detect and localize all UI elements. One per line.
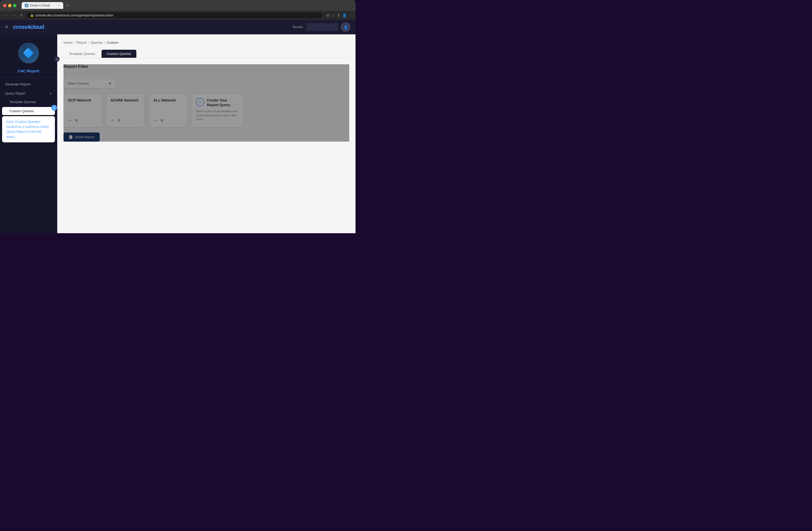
create-card-title: Create Your Report Query: [207, 98, 239, 107]
sidebar: 🔷 ◄ C4C Report Generate Report Query Rep…: [0, 34, 57, 233]
tooltip-text: Click 'Custom Queries', located as a sub…: [6, 120, 49, 139]
sidebar-item-template-queries[interactable]: Template Queries: [0, 98, 57, 106]
generate-report-label: Generate Report: [5, 82, 30, 86]
card-actions-gcp: ✏ 🗑: [68, 118, 98, 123]
edit-icon: ✏: [111, 118, 114, 122]
section-divider: [63, 73, 349, 73]
query-card-all-network[interactable]: ALL Network ✏ 🗑: [149, 94, 187, 127]
sidebar-title: C4C Report: [0, 69, 57, 77]
tenant-label: Tenant:: [292, 25, 303, 29]
query-report-label: Query Report: [5, 91, 26, 95]
security-lock-icon: 🔒: [30, 14, 34, 17]
sidebar-collapse-button[interactable]: ◄: [54, 57, 60, 62]
delete-gcp-button[interactable]: 🗑: [74, 118, 79, 123]
select-service-chevron-icon: ▼: [108, 82, 112, 85]
step-badge: 1: [51, 105, 57, 111]
breadcrumb-report[interactable]: Report: [76, 41, 87, 44]
browser-action-buttons: ⊞ ☆ ⬇ 👤 ⋮: [327, 13, 352, 17]
refresh-button[interactable]: ↻: [19, 13, 25, 17]
tab-template-queries[interactable]: Template Queries: [63, 50, 100, 58]
browser-titlebar: ⚡ Cross 4 Cloud × +: [0, 0, 356, 11]
tab-bar: ⚡ Cross 4 Cloud × +: [18, 2, 352, 9]
delete-azure-button[interactable]: 🗑: [117, 118, 121, 123]
more-options-icon[interactable]: ⋮: [349, 13, 352, 17]
hamburger-menu-icon[interactable]: ≡: [5, 24, 8, 30]
nav-right-section: Tenant: 👤: [292, 23, 350, 32]
sidebar-item-generate-report[interactable]: Generate Report: [0, 80, 57, 89]
bookmark-icon[interactable]: ☆: [332, 13, 335, 17]
card-name-gcp: GCP Network: [68, 98, 98, 115]
user-avatar[interactable]: 👤: [341, 23, 350, 32]
browser-tab[interactable]: ⚡ Cross 4 Cloud ×: [21, 2, 63, 9]
sidebar-item-query-report[interactable]: Query Report ∧: [0, 89, 57, 98]
top-navbar: ≡ cross4cloud Tenant: 👤: [0, 20, 356, 34]
forward-button[interactable]: →: [11, 13, 17, 17]
tab-custom-queries[interactable]: Custom Queries: [102, 50, 136, 58]
minimize-window-button[interactable]: [8, 4, 12, 7]
report-filter-content: Report Filter Select Service ▼ GCP Netwo…: [63, 64, 349, 142]
query-card-azure-network[interactable]: AZURE Network ✏ 🗑: [106, 94, 145, 127]
create-card-header: + Create Your Report Query: [196, 98, 239, 107]
browser-chrome: ⚡ Cross 4 Cloud × + ← → ↻ 🔒 console.dev.…: [0, 0, 356, 20]
delete-icon: 🗑: [117, 118, 121, 122]
delete-all-button[interactable]: 🗑: [160, 118, 164, 123]
show-report-label: Show Report: [75, 135, 95, 139]
report-filter-section: Report Filter Select Service ▼ GCP Netwo…: [63, 64, 349, 142]
sidebar-nav: Generate Report Query Report ∧ Template …: [0, 77, 57, 144]
profile-icon[interactable]: 👤: [342, 13, 347, 17]
card-actions-azure: ✏ 🗑: [111, 118, 140, 123]
show-report-icon: 📄: [69, 135, 73, 139]
download-icon[interactable]: ⬇: [337, 13, 340, 17]
breadcrumb: Home / Report / Queries / Custom: [63, 41, 349, 44]
close-window-button[interactable]: [3, 4, 6, 7]
breadcrumb-sep-2: /: [88, 41, 89, 44]
select-service-dropdown[interactable]: Select Service ▼: [63, 78, 116, 88]
create-report-query-card[interactable]: + Create Your Report Query Build a query…: [191, 94, 244, 127]
report-filter-title: Report Filter: [63, 64, 349, 69]
back-button[interactable]: ←: [3, 13, 9, 17]
tab-list: Template Queries Custom Queries: [63, 50, 349, 58]
show-report-button[interactable]: 📄 Show Report: [63, 132, 100, 142]
delete-icon: 🗑: [160, 118, 164, 122]
card-actions-all: ✏ 🗑: [153, 118, 183, 123]
card-name-azure: AZURE Network: [111, 98, 140, 115]
avatar-image-icon: 🔷: [23, 48, 34, 59]
breadcrumb-sep-1: /: [74, 41, 75, 44]
content-area: Home / Report / Queries / Custom Templat…: [57, 34, 356, 233]
tenant-select-input[interactable]: [307, 24, 338, 31]
sidebar-avatar: 🔷: [18, 43, 39, 63]
app-container: ≡ cross4cloud Tenant: 👤 🔷 ◄ C4C Report: [0, 20, 356, 233]
breadcrumb-sep-3: /: [104, 41, 105, 44]
select-service-placeholder: Select Service: [68, 82, 89, 85]
query-cards-grid: GCP Network ✏ 🗑: [63, 94, 349, 127]
edit-azure-button[interactable]: ✏: [111, 118, 115, 123]
address-bar[interactable]: 🔒 console.dev.cross4cloud.com/app/report…: [27, 13, 322, 18]
breadcrumb-home[interactable]: Home: [63, 41, 73, 44]
custom-queries-label: Custom Queries: [9, 109, 34, 113]
maximize-window-button[interactable]: [13, 4, 16, 7]
card-name-all: ALL Network: [153, 98, 183, 115]
edit-icon: ✏: [69, 118, 72, 122]
edit-gcp-button[interactable]: ✏: [68, 118, 72, 123]
sidebar-avatar-area: 🔷: [0, 39, 57, 69]
tab-title: Cross 4 Cloud: [30, 4, 50, 7]
address-url: console.dev.cross4cloud.com/app/report/q…: [35, 14, 113, 17]
custom-queries-wrapper: Custom Queries 1: [0, 107, 57, 115]
main-layout: 🔷 ◄ C4C Report Generate Report Query Rep…: [0, 34, 356, 233]
chevron-up-icon: ∧: [49, 91, 52, 95]
create-card-description: Build a query to get detailed and custom…: [196, 109, 239, 121]
translate-icon[interactable]: ⊞: [327, 13, 330, 17]
tooltip-box: Click 'Custom Queries', located as a sub…: [2, 116, 55, 142]
avatar-icon: 👤: [344, 25, 348, 29]
delete-icon: 🗑: [75, 118, 78, 122]
breadcrumb-queries[interactable]: Queries: [91, 41, 103, 44]
edit-all-button[interactable]: ✏: [153, 118, 158, 123]
template-queries-label: Template Queries: [9, 100, 36, 104]
browser-addressbar: ← → ↻ 🔒 console.dev.cross4cloud.com/app/…: [0, 11, 356, 20]
sidebar-submenu: Template Queries Custom Queries 1: [0, 98, 57, 115]
app-logo: cross4cloud: [13, 24, 44, 30]
sidebar-item-custom-queries[interactable]: Custom Queries 1: [2, 107, 55, 115]
new-tab-button[interactable]: +: [64, 3, 71, 8]
tab-close-icon[interactable]: ×: [58, 4, 60, 7]
query-card-gcp-network[interactable]: GCP Network ✏ 🗑: [63, 94, 102, 127]
